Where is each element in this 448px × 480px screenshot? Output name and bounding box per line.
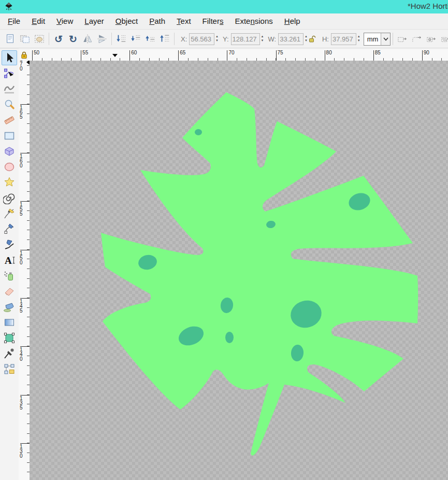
h-label: H: xyxy=(322,35,329,43)
titlebar[interactable]: *How2 Horti xyxy=(0,0,448,13)
select-all-icon[interactable] xyxy=(3,32,18,46)
w-label: W: xyxy=(268,35,277,43)
y-spinner[interactable]: ▲▼ xyxy=(261,35,264,43)
rotate-ccw-icon[interactable]: ↺ xyxy=(51,32,66,46)
tool-3d-box[interactable] xyxy=(2,144,17,159)
menu-item-extensions[interactable]: Extensions xyxy=(229,13,278,29)
rotate-cw-icon[interactable]: ↻ xyxy=(66,32,80,46)
menu-item-path[interactable]: Path xyxy=(143,13,171,29)
svg-text:A: A xyxy=(5,255,12,266)
menu-item-file[interactable]: File xyxy=(2,13,26,29)
tool-gradient[interactable] xyxy=(2,315,17,330)
menu-item-help[interactable]: Help xyxy=(279,13,306,29)
gradient-icon xyxy=(3,316,16,329)
spiral-icon xyxy=(3,192,16,204)
ruler-label: 50 xyxy=(32,50,39,60)
calligraphy-icon xyxy=(3,238,16,251)
ruler-marker xyxy=(112,54,118,57)
vertical-ruler[interactable]: 1 7 01 6 51 6 01 5 51 5 01 4 51 4 01 3 5… xyxy=(19,61,30,480)
x-spinner[interactable]: ▲▼ xyxy=(215,35,219,43)
menu-item-text[interactable]: Text xyxy=(171,13,197,29)
tool-spiral[interactable] xyxy=(2,190,17,205)
raise-to-top-icon[interactable] xyxy=(157,32,172,46)
tool-ellipse[interactable] xyxy=(2,159,17,174)
spray-icon xyxy=(3,270,16,282)
select-all-layers-icon[interactable] xyxy=(18,32,32,46)
inkscape-window: *How2 Horti FileEditViewLayerObjectPathT… xyxy=(0,0,448,480)
tool-text[interactable]: A xyxy=(2,252,17,267)
text-icon: A xyxy=(3,254,16,266)
chevron-down-icon[interactable] xyxy=(381,33,390,45)
ruler-label: 1 6 0 xyxy=(20,152,23,168)
horizontal-ruler[interactable]: 505560657075808590 xyxy=(30,49,448,61)
tool-calligraphy[interactable] xyxy=(2,237,17,252)
w-field[interactable]: 33.261 xyxy=(278,33,304,45)
menu-item-view[interactable]: View xyxy=(51,13,79,29)
ruler-label: 60 xyxy=(129,50,137,60)
ruler-corner[interactable] xyxy=(19,49,30,61)
unit-value: mm xyxy=(364,33,381,45)
tool-rectangle[interactable] xyxy=(2,128,17,143)
tool-node-editor[interactable] xyxy=(2,66,17,81)
canvas[interactable] xyxy=(30,61,448,480)
lower-icon[interactable] xyxy=(128,32,143,46)
lock-ratio-icon[interactable] xyxy=(308,32,318,46)
tool-paint-bucket[interactable] xyxy=(2,299,17,314)
toolbox: A xyxy=(0,48,19,480)
tweak-icon xyxy=(3,83,16,95)
leaf-object[interactable] xyxy=(101,92,418,456)
eraser-icon xyxy=(3,285,16,298)
leaf-spot[interactable] xyxy=(225,332,234,343)
bezier-pen-icon xyxy=(3,223,16,235)
command-toolbar: ↺ ↻ X: 56.563 ▲▼ Y: 128.127 ▲▼ W: 33.261… xyxy=(0,30,448,48)
star-icon xyxy=(3,176,16,189)
toolbar-separator xyxy=(174,33,175,45)
toolbar-separator xyxy=(49,33,49,45)
tool-tweak[interactable] xyxy=(2,81,17,96)
scale-stroke-toggle-icon[interactable] xyxy=(395,32,410,46)
deselect-icon[interactable] xyxy=(32,32,47,46)
unit-dropdown[interactable]: mm xyxy=(364,33,391,46)
leaf-spot[interactable] xyxy=(195,129,202,135)
connector-icon xyxy=(3,363,16,375)
ruler-label: 90 xyxy=(422,50,429,60)
h-field[interactable]: 37.957 xyxy=(331,33,356,45)
flip-vertical-icon[interactable] xyxy=(95,32,109,46)
tool-zoom[interactable] xyxy=(2,97,17,112)
flip-horizontal-icon[interactable] xyxy=(80,32,95,46)
scale-corners-toggle-icon[interactable] xyxy=(410,32,424,46)
move-patterns-toggle-icon[interactable] xyxy=(439,32,448,46)
lower-to-bottom-icon[interactable] xyxy=(114,32,128,46)
window-title: *How2 Horti xyxy=(408,2,448,10)
x-field[interactable]: 56.563 xyxy=(189,33,214,45)
tool-measure[interactable] xyxy=(2,112,17,128)
ruler-label: 1 4 5 xyxy=(20,298,23,313)
raise-icon[interactable] xyxy=(143,32,157,46)
ruler-label: 1 7 0 xyxy=(20,61,23,71)
tool-dropper[interactable] xyxy=(2,346,17,361)
rectangle-icon xyxy=(3,130,16,142)
menu-item-object[interactable]: Object xyxy=(110,13,143,29)
mesh-gradient-icon xyxy=(3,332,16,344)
ruler-label: 1 5 5 xyxy=(20,201,23,216)
menu-item-edit[interactable]: Edit xyxy=(26,13,51,29)
ellipse-icon xyxy=(3,161,16,173)
3d-box-icon xyxy=(3,145,16,158)
tool-mesh-gradient[interactable] xyxy=(2,330,17,345)
ruler-label: 85 xyxy=(373,50,381,60)
h-spinner[interactable]: ▲▼ xyxy=(357,35,360,43)
menu-item-filters[interactable]: Filters xyxy=(197,13,229,29)
menu-item-layer[interactable]: Layer xyxy=(79,13,110,29)
tool-spray[interactable] xyxy=(2,268,17,283)
tool-star[interactable] xyxy=(2,175,17,190)
y-field[interactable]: 128.127 xyxy=(231,33,260,45)
tool-selector[interactable] xyxy=(2,50,17,65)
ruler-label: 1 3 5 xyxy=(20,394,23,410)
ruler-label: 55 xyxy=(81,50,88,60)
dropper-icon xyxy=(3,347,16,360)
tool-eraser[interactable] xyxy=(2,284,17,299)
tool-connector[interactable] xyxy=(2,361,17,376)
tool-bezier-pen[interactable] xyxy=(2,221,17,236)
move-gradients-toggle-icon[interactable] xyxy=(424,32,439,46)
tool-pencil[interactable] xyxy=(2,206,17,221)
